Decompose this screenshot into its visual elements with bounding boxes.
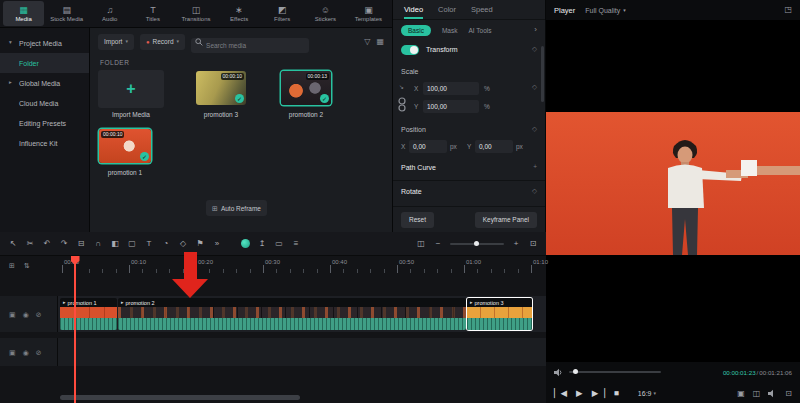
chevron-more-icon[interactable]: › (534, 26, 537, 34)
select-tool-icon[interactable]: ↖ (8, 240, 18, 248)
nav-item-transitions[interactable]: ◫ Transitions (175, 1, 216, 26)
record-button[interactable]: ● Record ▾ (140, 34, 185, 50)
magnetic-snap-icon[interactable]: ∩ (93, 240, 103, 248)
manage-tracks-icon[interactable]: ⊞ (9, 262, 15, 269)
dual-screen-icon[interactable]: ◫ (753, 390, 761, 398)
nav-item-effects[interactable]: ∗ Effects (219, 1, 260, 26)
keyframe-icon[interactable]: ◇ (532, 46, 537, 53)
more-tools-icon[interactable]: » (212, 240, 222, 248)
timeline-clip-promotion-3[interactable]: ▸ promotion 3 (467, 298, 532, 330)
nav-item-stickers[interactable]: ☺ Stickers (305, 1, 346, 26)
marker-icon[interactable]: ⚑ (195, 240, 205, 248)
tab-speed[interactable]: Speed (471, 5, 493, 14)
search-input[interactable] (191, 38, 309, 53)
speed-icon[interactable]: ◔ (161, 240, 171, 248)
media-item-promotion-3[interactable]: 00:00:10 ✓ (196, 71, 246, 105)
filter-icon[interactable]: ▽ (364, 38, 370, 46)
fullscreen-icon[interactable]: ⊡ (785, 390, 792, 398)
scale-x-input[interactable]: 100,00 (423, 82, 479, 95)
transform-toggle[interactable] (401, 45, 419, 55)
next-frame-button[interactable]: ▶▕ (592, 389, 605, 398)
properties-scrollbar[interactable] (541, 46, 544, 102)
track-mute-icon[interactable]: ⊘ (36, 311, 42, 318)
keyframe-icon[interactable]: ◇ (532, 84, 537, 91)
detach-player-icon[interactable]: ◳ (784, 6, 792, 14)
split-icon[interactable]: ◧ (110, 240, 120, 248)
timeline-clip-promotion-1[interactable]: ▸ promotion 1 (60, 298, 117, 330)
nav-item-audio[interactable]: ♫ Audio (89, 1, 130, 26)
subtab-ai-tools[interactable]: AI Tools (468, 27, 491, 34)
nav-item-media[interactable]: ▦ Media (3, 1, 44, 26)
auto-reframe-button[interactable]: ⊞ Auto Reframe (206, 200, 267, 216)
sidebar-item-folder[interactable]: Folder (0, 53, 89, 73)
snapshot-icon[interactable]: ▣ (737, 390, 745, 398)
timeline-clip-promotion-2[interactable]: ▸ promotion 2 (118, 298, 466, 330)
nav-item-stock-media[interactable]: ▤ Stock Media (46, 1, 87, 26)
text-tool-icon[interactable]: T (144, 240, 154, 248)
audio-track-lane[interactable] (58, 338, 546, 366)
ruler-label: 01:00 (466, 259, 481, 265)
media-item-promotion-1[interactable]: 00:00:10 ✓ (99, 129, 151, 163)
screen-record-icon[interactable]: ▭ (274, 240, 284, 248)
delete-icon[interactable]: ⊟ (76, 240, 86, 248)
undo-icon[interactable]: ↶ (42, 240, 52, 248)
stop-button[interactable]: ■ (614, 389, 619, 398)
preview-window-icon[interactable]: ◫ (416, 240, 426, 248)
track-visibility-icon[interactable]: ◉ (23, 311, 29, 318)
play-button[interactable]: ▶ (576, 389, 583, 398)
import-media-tile[interactable]: + (98, 70, 164, 108)
quality-dropdown[interactable]: Full Quality ▾ (585, 7, 626, 14)
razor-tool-icon[interactable]: ✂ (25, 240, 35, 248)
redo-icon[interactable]: ↷ (59, 240, 69, 248)
reset-button[interactable]: Reset (401, 212, 434, 228)
render-preview-button[interactable] (241, 239, 250, 248)
track-lock-icon[interactable]: ▣ (9, 349, 16, 356)
subtab-mask[interactable]: Mask (442, 27, 458, 34)
nav-item-titles[interactable]: T Titles (132, 1, 173, 26)
zoom-out-icon[interactable]: − (433, 240, 443, 248)
timeline-zoom-slider[interactable] (450, 243, 504, 245)
position-y-input[interactable]: 0,00 (475, 140, 513, 153)
sidebar-item-cloud-media[interactable]: Cloud Media (0, 93, 89, 113)
fit-timeline-icon[interactable]: ⊡ (528, 240, 538, 248)
import-button[interactable]: Import ▾ (98, 34, 134, 50)
track-lock-icon[interactable]: ▣ (9, 311, 16, 318)
mute-icon[interactable] (768, 389, 777, 398)
timeline-scrollbar[interactable] (60, 395, 300, 400)
position-x-input[interactable]: 0,00 (409, 140, 447, 153)
zoom-in-icon[interactable]: + (511, 240, 521, 248)
track-mute-icon[interactable]: ⊘ (36, 349, 42, 356)
scale-y-input[interactable]: 100,00 (423, 100, 479, 113)
nav-item-templates[interactable]: ▣ Templates (348, 1, 389, 26)
keyframe-panel-button[interactable]: Keyframe Panel (475, 212, 537, 228)
keyframe-tool-icon[interactable]: ◇ (178, 240, 188, 248)
tab-video[interactable]: Video (404, 5, 423, 14)
playhead[interactable] (74, 256, 76, 403)
zoom-slider-knob[interactable] (474, 241, 479, 246)
volume-slider-knob[interactable] (573, 369, 578, 374)
record-icon: ● (146, 39, 150, 45)
grid-view-icon[interactable]: ▦ (376, 38, 384, 46)
add-icon[interactable]: + (533, 164, 537, 171)
tab-color[interactable]: Color (438, 5, 456, 14)
sidebar-item-influence-kit[interactable]: Influence Kit (0, 133, 89, 153)
crop-icon[interactable]: ▢ (127, 240, 137, 248)
volume-slider[interactable] (569, 371, 661, 373)
previous-frame-button[interactable]: ▏◀ (554, 389, 567, 398)
track-visibility-icon[interactable]: ◉ (23, 349, 29, 356)
audio-mixer-icon[interactable]: ≡ (291, 240, 301, 248)
track-scroll-icon[interactable]: ⇅ (24, 262, 30, 269)
auto-reframe-label: Auto Reframe (221, 205, 261, 212)
export-clip-icon[interactable]: ↥ (257, 240, 267, 248)
speaker-icon[interactable] (554, 368, 563, 377)
timeline-ruler[interactable]: ⊞ ⇅ 00:00 00:10 00:20 00:30 00:40 00:50 … (0, 256, 546, 274)
nav-item-filters[interactable]: ◩ Filters (262, 1, 303, 26)
keyframe-icon[interactable]: ◇ (532, 188, 537, 195)
sidebar-item-project-media[interactable]: ▾ Project Media (0, 33, 89, 53)
keyframe-icon[interactable]: ◇ (532, 126, 537, 133)
media-item-promotion-2[interactable]: 00:00:13 ✓ (281, 71, 331, 105)
sidebar-item-editing-presets[interactable]: Editing Presets (0, 113, 89, 133)
sidebar-item-global-media[interactable]: ▸ Global Media (0, 73, 89, 93)
aspect-ratio-dropdown[interactable]: 16:9 ▾ (638, 390, 656, 397)
subtab-basic[interactable]: Basic (401, 25, 431, 36)
